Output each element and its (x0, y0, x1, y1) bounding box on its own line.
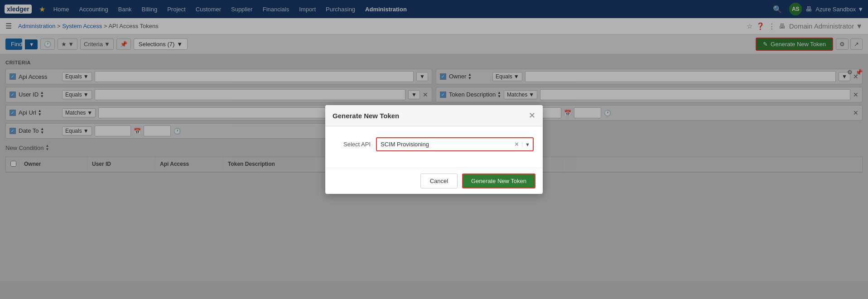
modal-body: Select API ✕ ▼ (325, 126, 543, 168)
modal-overlay: Generate New Token ✕ Select API ✕ ▼ Canc… (0, 0, 868, 281)
select-api-input[interactable] (377, 138, 511, 150)
modal-title: Generate New Token (333, 112, 399, 120)
modal-footer: Cancel Generate New Token (325, 168, 543, 194)
modal-generate-button[interactable]: Generate New Token (462, 174, 535, 188)
cancel-button[interactable]: Cancel (420, 174, 458, 188)
generate-token-modal: Generate New Token ✕ Select API ✕ ▼ Canc… (325, 105, 543, 194)
select-api-label: Select API (334, 141, 371, 148)
select-api-arrow[interactable]: ▼ (522, 142, 533, 147)
modal-close-button[interactable]: ✕ (529, 111, 535, 121)
modal-form-row: Select API ✕ ▼ (334, 137, 534, 151)
modal-header: Generate New Token ✕ (325, 105, 543, 126)
select-api-wrapper: ✕ ▼ (376, 137, 534, 151)
select-api-clear[interactable]: ✕ (511, 141, 522, 148)
